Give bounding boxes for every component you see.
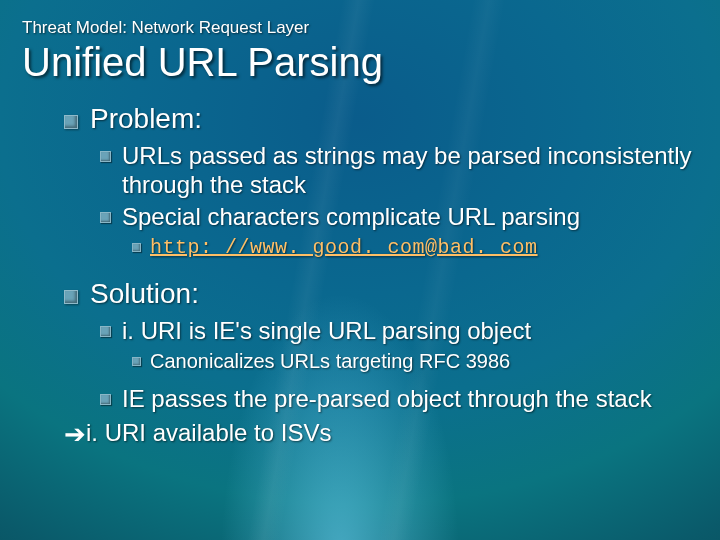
solution-point-2: IE passes the pre-parsed object through … (100, 384, 698, 413)
spacer (64, 266, 698, 272)
solution-heading-item: Solution: i. URI is IE's single URL pars… (64, 278, 698, 414)
solution-point-2-text: IE passes the pre-parsed object through … (122, 385, 652, 412)
availability-text: i. URI available to ISVs (86, 419, 331, 446)
slide-title: Unified URL Parsing (22, 40, 698, 85)
problem-heading-item: Problem: URLs passed as strings may be p… (64, 103, 698, 260)
arrow-icon: ➔ (64, 421, 86, 447)
problem-example-list: http: //www. good. com@bad. com (132, 235, 698, 260)
content-list: Problem: URLs passed as strings may be p… (64, 103, 698, 447)
solution-points: i. URI is IE's single URL parsing object… (100, 316, 698, 414)
availability-item: ➔i. URI available to ISVs (64, 419, 698, 447)
solution-subpoint-1-text: Canonicalizes URLs targeting RFC 3986 (150, 350, 510, 372)
problem-point-1-text: URLs passed as strings may be parsed inc… (122, 142, 692, 198)
slide-pretitle: Threat Model: Network Request Layer (22, 18, 698, 38)
problem-heading: Problem: (90, 103, 202, 134)
problem-point-2-text: Special characters complicate URL parsin… (122, 203, 580, 230)
problem-point-2: Special characters complicate URL parsin… (100, 202, 698, 260)
solution-point-1-text: i. URI is IE's single URL parsing object (122, 317, 531, 344)
problem-example-item: http: //www. good. com@bad. com (132, 235, 698, 260)
example-url: http: //www. good. com@bad. com (150, 236, 538, 259)
solution-subpoints: Canonicalizes URLs targeting RFC 3986 (132, 349, 698, 374)
problem-points: URLs passed as strings may be parsed inc… (100, 141, 698, 260)
solution-heading: Solution: (90, 278, 199, 309)
solution-point-1: i. URI is IE's single URL parsing object… (100, 316, 698, 382)
solution-subpoint-1: Canonicalizes URLs targeting RFC 3986 (132, 349, 698, 374)
problem-point-1: URLs passed as strings may be parsed inc… (100, 141, 698, 200)
